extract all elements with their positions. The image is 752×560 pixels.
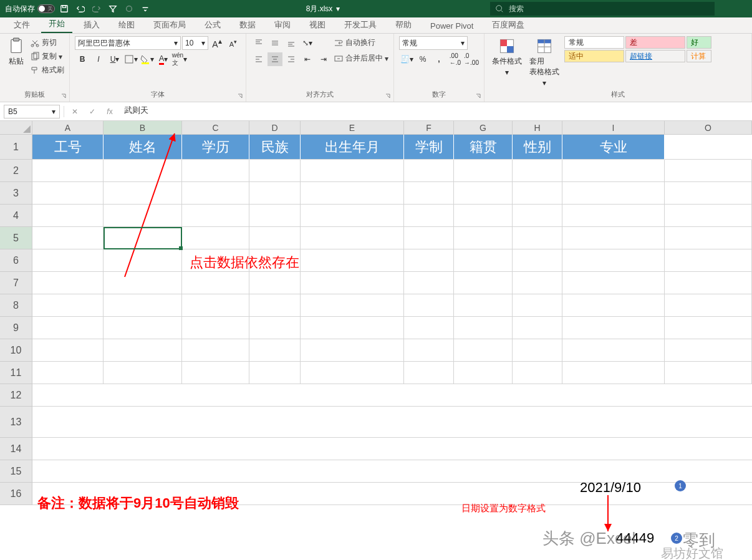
wrap-text-button[interactable]: 自动换行: [334, 36, 388, 49]
cell[interactable]: [454, 272, 513, 294]
indent-dec-icon[interactable]: ⇤: [300, 52, 315, 66]
cell[interactable]: [182, 460, 249, 483]
cell[interactable]: [404, 317, 454, 339]
cell[interactable]: [249, 317, 301, 339]
cell[interactable]: [404, 160, 454, 182]
tab-view[interactable]: 视图: [302, 16, 333, 33]
cell[interactable]: [562, 407, 665, 438]
style-hyperlink[interactable]: 超链接: [625, 50, 685, 62]
cell[interactable]: [301, 317, 404, 339]
cell[interactable]: [513, 407, 562, 438]
cell[interactable]: [454, 460, 513, 483]
cell[interactable]: [513, 483, 562, 505]
style-normal[interactable]: 常规: [564, 36, 624, 49]
cell[interactable]: [32, 438, 104, 460]
tab-pagelayout[interactable]: 页面布局: [146, 16, 193, 33]
cell[interactable]: [665, 460, 752, 483]
underline-button[interactable]: U▾: [107, 52, 122, 66]
row-header[interactable]: 5: [0, 227, 32, 249]
row-header[interactable]: 1: [0, 135, 32, 160]
cell[interactable]: [249, 227, 301, 249]
fill-color-button[interactable]: ▾: [140, 52, 155, 66]
cell[interactable]: [301, 160, 404, 182]
cell[interactable]: [454, 205, 513, 227]
row-header[interactable]: 10: [0, 339, 32, 362]
cell[interactable]: [562, 339, 665, 362]
cell[interactable]: [454, 339, 513, 362]
cell[interactable]: [665, 227, 752, 249]
cell[interactable]: [104, 362, 182, 384]
percent-button[interactable]: %: [415, 52, 430, 66]
cell[interactable]: [249, 272, 301, 294]
number-format-select[interactable]: 常规▾: [399, 36, 468, 50]
cell[interactable]: [182, 227, 249, 249]
cell[interactable]: [182, 438, 249, 460]
paste-button[interactable]: 粘贴: [5, 36, 27, 68]
cell[interactable]: [513, 249, 562, 272]
cell[interactable]: [32, 317, 104, 339]
fx-icon[interactable]: fx: [103, 105, 117, 118]
cell[interactable]: [665, 407, 752, 438]
style-calc[interactable]: 计算: [687, 50, 711, 62]
cell[interactable]: [513, 460, 562, 483]
cell[interactable]: [404, 460, 454, 483]
cell[interactable]: [513, 160, 562, 182]
cell[interactable]: [182, 272, 249, 294]
cell[interactable]: 民族: [249, 135, 301, 160]
launcher-icon[interactable]: [385, 93, 391, 99]
cell[interactable]: [32, 460, 104, 483]
cell[interactable]: [665, 384, 752, 407]
align-right-icon[interactable]: [284, 52, 299, 66]
cell[interactable]: [301, 227, 404, 249]
row-header[interactable]: 16: [0, 483, 32, 505]
cell[interactable]: [182, 294, 249, 317]
tab-powerpivot[interactable]: Power Pivot: [423, 18, 481, 33]
cell[interactable]: [104, 339, 182, 362]
shrink-font-icon[interactable]: A▾: [226, 36, 241, 50]
filter-icon[interactable]: [106, 2, 120, 16]
cell[interactable]: 工号: [32, 135, 104, 160]
indent-inc-icon[interactable]: ⇥: [316, 52, 331, 66]
cell[interactable]: [513, 205, 562, 227]
cell[interactable]: [301, 272, 404, 294]
select-all-corner[interactable]: [0, 121, 32, 135]
align-top-icon[interactable]: [251, 36, 266, 50]
cell[interactable]: [249, 205, 301, 227]
cell[interactable]: [562, 362, 665, 384]
style-neutral[interactable]: 适中: [564, 50, 624, 62]
font-color-button[interactable]: A▾: [156, 52, 171, 66]
cell[interactable]: [104, 272, 182, 294]
cell[interactable]: [182, 362, 249, 384]
align-center-icon[interactable]: [268, 52, 282, 66]
cell[interactable]: [249, 339, 301, 362]
copy-button[interactable]: 复制▾: [30, 50, 64, 63]
tab-draw[interactable]: 绘图: [111, 16, 142, 33]
tab-review[interactable]: 审阅: [267, 16, 298, 33]
cell[interactable]: [104, 205, 182, 227]
cell[interactable]: 学历: [182, 135, 249, 160]
cell[interactable]: [665, 135, 752, 160]
cell[interactable]: 专业: [562, 135, 665, 160]
cell[interactable]: [513, 317, 562, 339]
cell[interactable]: [404, 438, 454, 460]
launcher-icon[interactable]: [475, 93, 481, 99]
qat-more-icon[interactable]: [138, 2, 152, 16]
align-bottom-icon[interactable]: [284, 36, 299, 50]
cell[interactable]: [454, 294, 513, 317]
cell[interactable]: [182, 407, 249, 438]
cell[interactable]: [104, 160, 182, 182]
launcher-icon[interactable]: [237, 93, 243, 99]
cell[interactable]: [404, 362, 454, 384]
row-header[interactable]: 13: [0, 407, 32, 438]
row-header[interactable]: 12: [0, 384, 32, 407]
cell[interactable]: [562, 249, 665, 272]
column-header[interactable]: O: [665, 121, 752, 135]
merge-button[interactable]: 合并后居中▾: [334, 52, 388, 65]
cell[interactable]: [104, 294, 182, 317]
cell[interactable]: [182, 384, 249, 407]
cell[interactable]: [513, 339, 562, 362]
row-header[interactable]: 6: [0, 249, 32, 272]
cell[interactable]: [32, 362, 104, 384]
column-header[interactable]: E: [301, 121, 404, 135]
tab-formulas[interactable]: 公式: [197, 16, 228, 33]
